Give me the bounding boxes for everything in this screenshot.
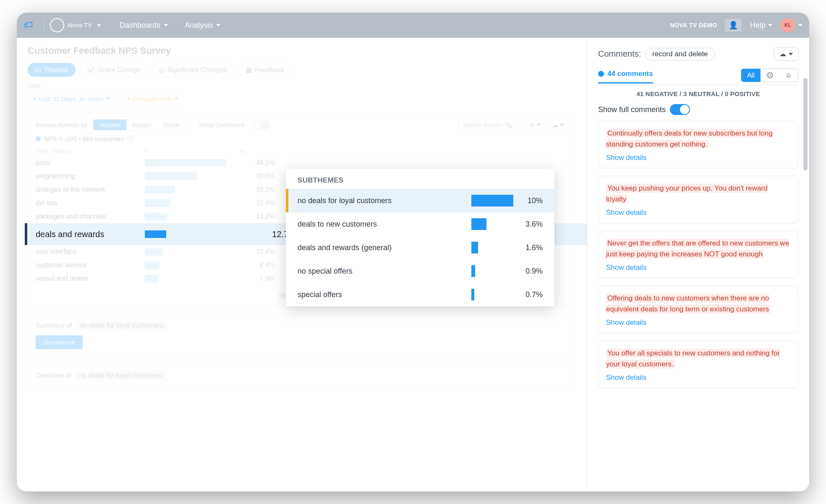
subtheme-row[interactable]: special offers0.7%: [286, 283, 554, 306]
dot-icon: [36, 136, 41, 141]
filter-all[interactable]: All: [741, 69, 761, 82]
comment-card: You keep pushing your prices up. You don…: [598, 176, 798, 223]
theme-name: deals and rewards: [36, 230, 145, 239]
subtheme-name: no special offers: [298, 267, 471, 276]
comment-card: Offering deals to new customers when the…: [598, 286, 798, 333]
tab-themes-label: Themes: [44, 66, 68, 74]
subtheme-bar: [471, 195, 513, 206]
chevron-down-icon: [789, 53, 793, 55]
theme-bar: [145, 159, 226, 167]
comment-text: Continually offers deals for new subscri…: [606, 128, 790, 149]
chevron-down-icon: [560, 124, 564, 126]
subtheme-row[interactable]: deals and rewards (general)1.6%: [286, 236, 554, 259]
scrollbar[interactable]: [803, 78, 808, 170]
col-base-themes: BASE THEMES: [36, 149, 145, 154]
subtheme-bar: [471, 265, 475, 277]
subtheme-pct: 3.6%: [513, 220, 543, 229]
tab-feedback[interactable]: ▦Feedback: [238, 63, 291, 77]
tab-significant-label: Significant Changes: [167, 66, 227, 74]
tab-score-change[interactable]: 📈Score Change: [80, 63, 148, 77]
show-details-link[interactable]: Show details: [606, 209, 790, 217]
tab-significant-changes[interactable]: ◎Significant Changes: [152, 63, 234, 77]
show-details-link[interactable]: Show details: [606, 319, 790, 327]
comment-text: Offering deals to new customers when the…: [606, 293, 790, 314]
chart-icon: 📈: [87, 66, 95, 74]
page-title: Customer Feedback NPS Survey: [28, 45, 576, 56]
subtheme-row[interactable]: no deals for loyal customers10%: [286, 189, 554, 212]
person-icon: 👤: [729, 21, 738, 30]
search-themes-input[interactable]: Search themes🔍: [458, 120, 521, 131]
tab-themes[interactable]: 🏷Themes: [28, 63, 76, 77]
chevron-down-icon: [216, 24, 220, 26]
info-icon[interactable]: ⓘ: [127, 135, 133, 143]
show-details-link[interactable]: Show details: [606, 373, 790, 382]
filter-date-label: Last 31 Days, 3+ years: [39, 95, 104, 102]
download-button[interactable]: ☁: [549, 120, 568, 131]
nav-analysis[interactable]: Analysis: [176, 21, 229, 30]
download-comments-button[interactable]: ☁: [774, 47, 798, 61]
theme-name: changes to the network: [36, 186, 145, 193]
search-icon: 🔍: [505, 122, 512, 128]
seg-impact[interactable]: Impact: [126, 120, 157, 130]
summary-chip: no deals for loyal customers: [75, 321, 167, 330]
subthemes-popover: SUBTHEMES no deals for loyal customers10…: [286, 169, 554, 306]
user-menu-button[interactable]: 👤: [725, 19, 742, 31]
axis-fifty: 50: [240, 149, 246, 154]
settings-button[interactable]: ⚙: [525, 120, 544, 131]
theme-name: record and delete: [36, 275, 145, 282]
seg-score[interactable]: Score: [157, 120, 185, 130]
filter-negative[interactable]: ☹: [761, 69, 779, 82]
subtheme-row[interactable]: no special offers0.9%: [286, 259, 554, 283]
theme-pct: 13.2%: [246, 213, 275, 220]
seg-volume[interactable]: Volume: [94, 120, 126, 130]
show-details-link[interactable]: Show details: [606, 264, 790, 272]
theme-pct: 10.4%: [246, 248, 275, 256]
filter-compare[interactable]: ▾Compare with: [122, 92, 184, 105]
theme-pct: 8.4%: [246, 261, 275, 269]
theme-bar: [145, 186, 175, 193]
nav-dashboards[interactable]: Dashboards: [111, 21, 176, 30]
theme-name: price: [36, 159, 145, 167]
axis-zero: 0: [145, 149, 148, 154]
nav-analysis-label: Analysis: [185, 21, 213, 30]
summary-prefix: Summary of: [36, 322, 72, 329]
subthemes-header: SUBTHEMES: [286, 169, 554, 189]
avatar[interactable]: KL: [781, 18, 795, 32]
show-details-link[interactable]: Show details: [606, 154, 790, 162]
theme-name: dvr box: [36, 199, 145, 207]
subtheme-bar: [471, 218, 486, 230]
comment-card: You offer all specials to new customers …: [598, 341, 798, 388]
funnel-icon: ▾: [127, 95, 131, 102]
comments-count-text: 44 comments: [607, 70, 653, 78]
tag-icon: 🏷: [24, 20, 33, 31]
avatar-dropdown[interactable]: [798, 24, 802, 26]
comments-count[interactable]: 44 comments: [598, 70, 653, 84]
help-menu[interactable]: Help: [750, 21, 772, 30]
theme-bar: [145, 199, 171, 207]
overview-chip: no deals for loyal customers: [74, 371, 166, 380]
theme-name: customer service: [36, 261, 145, 269]
chevron-down-icon: [164, 24, 168, 26]
chevron-down-icon: [768, 24, 772, 26]
subtheme-pct: 0.9%: [513, 267, 543, 276]
subtheme-pct: 1.6%: [513, 243, 543, 252]
brand-name: Nova TV: [68, 22, 92, 29]
target-icon: ◎: [159, 66, 165, 74]
theme-name: packages and channels: [36, 213, 145, 220]
subtheme-row[interactable]: deals to new customers3.6%: [286, 212, 554, 236]
funnel-icon: ▾: [33, 95, 37, 102]
sentiment-toggle[interactable]: [253, 120, 269, 130]
filter-date[interactable]: ▾Last 31 Days, 3+ years: [28, 92, 116, 105]
cloud-download-icon: ☁: [779, 50, 786, 58]
theme-row[interactable]: price48.5%: [36, 156, 568, 170]
summarize-button[interactable]: Summarize: [36, 335, 83, 349]
brand-dropdown[interactable]: [97, 22, 101, 28]
theme-pct: 48.5%: [246, 159, 275, 167]
filter-positive[interactable]: ☺: [779, 69, 798, 82]
comment-card: Never get the offers that are offered to…: [598, 231, 798, 278]
sentiment-summary: 41 NEGATIVE / 3 NEUTRAL / 0 POSITIVE: [598, 85, 798, 102]
gear-icon: ⚙: [529, 122, 535, 128]
full-comments-toggle[interactable]: [670, 104, 690, 115]
filter-compare-label: Compare with: [133, 95, 172, 102]
comments-filter-tag[interactable]: record and delete: [645, 48, 715, 60]
